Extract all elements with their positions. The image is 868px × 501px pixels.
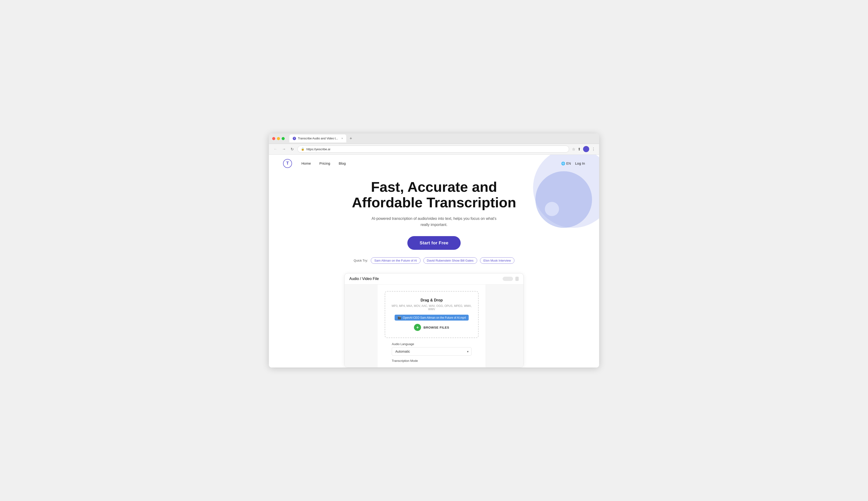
file-chip-label: OpenAI CEO Sam Altman on the Future of A… xyxy=(403,316,466,319)
quick-try: Quick Try: Sam Altman on the Future of A… xyxy=(283,257,585,264)
audio-language-value: Automatic xyxy=(395,350,410,353)
audio-language-select[interactable]: Automatic xyxy=(392,347,472,356)
card-header-pill xyxy=(503,277,513,281)
profile-avatar[interactable] xyxy=(583,146,589,152)
bookmark-icon[interactable]: ☆ xyxy=(572,147,575,151)
hero-title: Fast, Accurate and Affordable Transcript… xyxy=(340,179,528,210)
quick-chip-1[interactable]: David Rubenstein Show Bill Gates xyxy=(424,257,477,264)
card-header-label: Audio / Video File xyxy=(349,277,379,281)
tab-title: Transcribe Audio and Video t... xyxy=(298,137,338,140)
globe-icon: 🌐 xyxy=(561,162,565,166)
share-icon[interactable]: ⬆ xyxy=(578,147,581,151)
reload-button[interactable]: ↻ xyxy=(290,146,294,152)
dropzone-formats: MP3, MP4, M4A, MOV, AAC, WAV, OGG, OPUS,… xyxy=(390,304,473,311)
nav-link-blog[interactable]: Blog xyxy=(339,161,346,166)
site-nav: T Home Pricing Blog 🌐 EN Log In xyxy=(269,155,599,172)
tab-close-icon[interactable]: × xyxy=(341,137,343,140)
url-text: https://yescribe.ai xyxy=(307,147,330,151)
card-fields: Audio Language Automatic Transcription M… xyxy=(385,342,479,367)
hero-section: Fast, Accurate and Affordable Transcript… xyxy=(269,172,599,264)
lock-icon: 🔒 xyxy=(301,147,304,151)
cta-button[interactable]: Start for Free xyxy=(407,236,461,250)
new-tab-button[interactable]: + xyxy=(350,136,352,141)
card-right-panel xyxy=(486,285,523,367)
forward-button[interactable]: → xyxy=(281,146,287,152)
quick-chip-2[interactable]: Elon Musk Interview xyxy=(480,257,514,264)
maximize-dot[interactable] xyxy=(282,137,285,140)
close-dot[interactable] xyxy=(272,137,275,140)
nav-link-pricing[interactable]: Pricing xyxy=(319,161,330,166)
nav-item-home[interactable]: Home xyxy=(301,161,311,166)
browser-addressbar: ← → ↻ 🔒 https://yescribe.ai ☆ ⬆ ⋮ xyxy=(269,144,599,155)
card-header-bar xyxy=(515,277,519,281)
audio-language-select-wrap: Automatic xyxy=(392,347,472,356)
browser-titlebar: T Transcribe Audio and Video t... × + xyxy=(269,134,599,144)
nav-right: 🌐 EN Log In xyxy=(561,161,585,166)
menu-icon[interactable]: ⋮ xyxy=(591,147,595,151)
dropzone[interactable]: Drag & Drop MP3, MP4, M4A, MOV, AAC, WAV… xyxy=(385,291,479,338)
quick-try-label: Quick Try: xyxy=(354,259,368,262)
language-button[interactable]: 🌐 EN xyxy=(561,162,571,166)
quick-chip-0[interactable]: Sam Altman on the Future of AI xyxy=(371,257,420,264)
transcription-mode-label: Transcription Mode xyxy=(392,359,472,363)
card-sidebar xyxy=(345,285,378,367)
file-chip: 🎬 OpenAI CEO Sam Altman on the Future of… xyxy=(395,315,469,321)
browse-files-button[interactable]: BROWSE FILES xyxy=(424,326,449,329)
nav-item-blog[interactable]: Blog xyxy=(339,161,346,166)
page-content: T Home Pricing Blog 🌐 EN Log In xyxy=(269,155,599,367)
back-button[interactable]: ← xyxy=(273,146,278,152)
minimize-dot[interactable] xyxy=(277,137,280,140)
address-field[interactable]: 🔒 https://yescribe.ai xyxy=(298,146,569,153)
card-body: Drag & Drop MP3, MP4, M4A, MOV, AAC, WAV… xyxy=(345,285,523,367)
nav-links: Home Pricing Blog xyxy=(301,161,346,166)
browser-window: T Transcribe Audio and Video t... × + ← … xyxy=(269,134,599,367)
add-file-button[interactable]: + xyxy=(414,324,421,331)
logo-icon: T xyxy=(283,159,292,168)
login-button[interactable]: Log In xyxy=(575,161,585,166)
dropzone-title: Drag & Drop xyxy=(390,298,473,302)
browser-dots xyxy=(272,137,285,140)
audio-language-label: Audio Language xyxy=(392,342,472,346)
logo[interactable]: T xyxy=(283,159,292,168)
hero-subtitle: AI-powered transcription of audio/video … xyxy=(368,216,500,228)
nav-link-home[interactable]: Home xyxy=(301,161,311,166)
browser-tab[interactable]: T Transcribe Audio and Video t... × xyxy=(289,135,346,142)
upload-card-wrap: Audio / Video File Drag & Drop MP3, MP4,… xyxy=(269,273,599,367)
card-header-icons xyxy=(503,277,519,281)
card-main: Drag & Drop MP3, MP4, M4A, MOV, AAC, WAV… xyxy=(378,285,486,367)
lang-label: EN xyxy=(566,162,571,166)
browse-row: + BROWSE FILES xyxy=(390,324,473,331)
nav-item-pricing[interactable]: Pricing xyxy=(319,161,330,166)
file-chip-icon: 🎬 xyxy=(397,316,401,319)
tab-favicon: T xyxy=(293,137,296,140)
card-header: Audio / Video File xyxy=(345,273,523,285)
addressbar-actions: ☆ ⬆ ⋮ xyxy=(572,146,595,152)
upload-card: Audio / Video File Drag & Drop MP3, MP4,… xyxy=(344,273,524,367)
